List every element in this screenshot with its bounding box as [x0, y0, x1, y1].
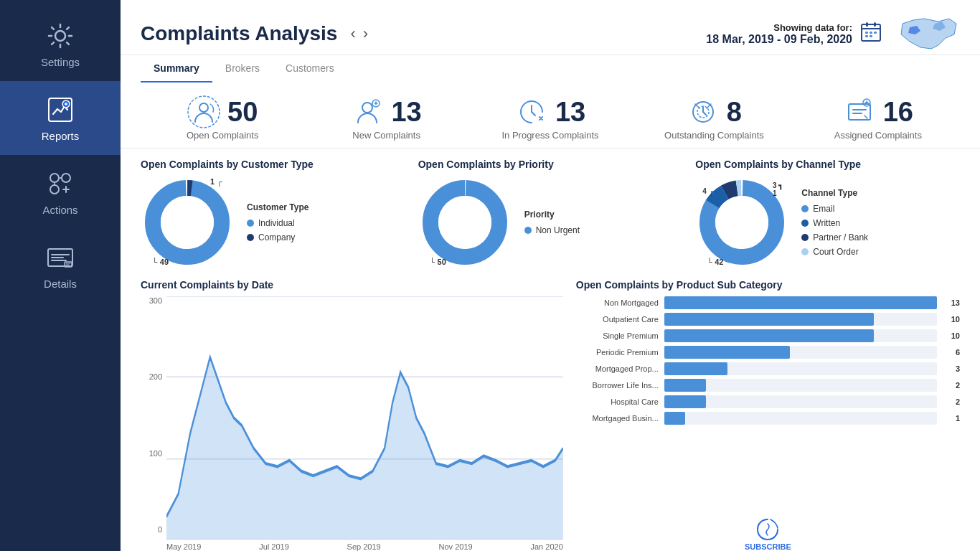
legend-channel-title: Channel Type [801, 188, 868, 198]
sidebar-item-actions-label: Actions [42, 204, 77, 216]
bar-row: Outpatient Care 10 [576, 313, 960, 326]
map-thumbnail [895, 13, 960, 55]
sidebar-item-settings[interactable]: Settings [0, 7, 121, 81]
bar-label-6: Hospital Care [576, 397, 659, 406]
bar-value-1: 10 [943, 315, 960, 324]
line-chart-y-axis: 300 200 100 0 [141, 296, 162, 551]
donut-customer-svg: 1 ┌ └ 49 [141, 176, 234, 269]
donut-channel-annotation-bottom: └ 42 [707, 258, 723, 266]
subscribe-button[interactable]: SUBSCRIBE [576, 517, 960, 551]
svg-rect-10 [874, 22, 876, 27]
svg-point-3 [50, 174, 59, 182]
bar-track-0 [664, 296, 937, 309]
date-range-container: Showing data for: 18 Mar, 2019 - 09 Feb,… [706, 20, 882, 47]
reports-icon [44, 94, 76, 126]
page-title: Complaints Analysis [141, 22, 337, 45]
legend-written-label: Written [813, 218, 840, 228]
legend-email: Email [801, 204, 868, 214]
bar-fill-5 [664, 379, 706, 392]
y-label-0: 0 [158, 525, 162, 534]
subscribe-label: SUBSCRIBE [745, 542, 791, 551]
line-chart-title: Current Complaints by Date [141, 279, 563, 291]
donut-customer-legend: Customer Type Individual Company [247, 202, 308, 242]
chart-customer-type-title: Open Complaints by Customer Type [141, 159, 405, 170]
bar-fill-3 [664, 346, 790, 359]
bar-label-3: Periodic Premium [576, 348, 659, 357]
tab-brokers[interactable]: Brokers [212, 55, 273, 83]
date-range-value: 18 Mar, 2019 - 09 Feb, 2020 [706, 33, 852, 46]
donut-customer-container: 1 ┌ └ 49 Customer Type Individual Compan… [141, 176, 405, 269]
bar-track-5 [664, 379, 937, 392]
kpi-assigned: 16 Assigned Complaints [796, 95, 960, 141]
kpi-open: 50 Open Complaints [141, 95, 304, 141]
chart-channel: Open Complaints by Channel Type [695, 159, 960, 269]
bar-value-0: 13 [943, 298, 960, 307]
legend-partner-dot [801, 234, 809, 241]
bar-row: Mortgaged Busin... 1 [576, 412, 960, 425]
kpi-inprogress-label: In Progress Complaints [501, 130, 598, 141]
svg-point-0 [55, 31, 65, 41]
y-label-300: 300 [149, 296, 162, 305]
open-complaints-icon [187, 95, 220, 128]
bar-value-5: 2 [943, 381, 960, 390]
bar-fill-6 [664, 395, 706, 408]
kpi-new-label: New Complaints [352, 130, 420, 141]
svg-rect-14 [865, 35, 868, 37]
outstanding-complaints-icon [687, 95, 720, 128]
svg-point-5 [50, 185, 59, 194]
bar-track-6 [664, 395, 937, 408]
tab-summary[interactable]: Summary [141, 55, 212, 83]
sidebar-item-actions[interactable]: Actions [0, 155, 121, 229]
sidebar-item-reports[interactable]: Reports [0, 81, 121, 155]
bar-value-2: 10 [943, 331, 960, 340]
bar-fill-7 [664, 412, 685, 425]
kpi-inprogress-number: 13 [555, 97, 585, 128]
sidebar-item-details[interactable]: Details [0, 229, 121, 303]
sidebar-item-reports-label: Reports [42, 130, 80, 142]
donut-channel-svg: 4 ┌ 3 ┓1 └ 42 [695, 176, 788, 269]
bar-row: Non Mortgaged 13 [576, 296, 960, 309]
chart-priority: Open Complaints by Priority └ 50 Priorit… [418, 159, 683, 269]
bar-fill-0 [664, 296, 937, 309]
legend-court-order: Court Order [801, 247, 868, 257]
bar-chart-title: Open Complaints by Product Sub Category [576, 279, 960, 291]
bar-row: Periodic Premium 6 [576, 346, 960, 359]
showing-label: Showing data for: [773, 22, 852, 33]
line-chart-card: Current Complaints by Date 300 200 100 0 [141, 279, 563, 551]
bar-label-0: Non Mortgaged [576, 298, 659, 307]
legend-non-urgent-dot [524, 227, 532, 234]
chart-customer-type: Open Complaints by Customer Type 1 ┌ └ 4… [141, 159, 405, 269]
kpi-open-label: Open Complaints [187, 130, 258, 141]
kpi-outstanding-number: 8 [727, 97, 742, 128]
legend-non-urgent: Non Urgent [524, 225, 580, 235]
kpi-new-number: 13 [391, 97, 421, 128]
bar-label-5: Borrower Life Ins... [576, 381, 659, 390]
bar-row: Mortgaged Prop... 3 [576, 362, 960, 375]
bar-fill-4 [664, 362, 727, 375]
tab-customers[interactable]: Customers [273, 55, 347, 83]
donuts-row: Open Complaints by Customer Type 1 ┌ └ 4… [141, 159, 960, 269]
prev-arrow[interactable]: ‹ [349, 26, 357, 42]
legend-company: Company [247, 232, 308, 242]
bar-value-4: 3 [943, 364, 960, 373]
bar-track-7 [664, 412, 937, 425]
bar-row: Borrower Life Ins... 2 [576, 379, 960, 392]
donut-channel-container: 4 ┌ 3 ┓1 └ 42 Channel Type Email Written [695, 176, 960, 269]
donut-priority-svg: └ 50 [418, 176, 512, 269]
line-chart-plot: May 2019 Jul 2019 Sep 2019 Nov 2019 Jan … [166, 296, 563, 551]
svg-point-17 [199, 103, 208, 112]
details-icon [44, 242, 76, 273]
next-arrow[interactable]: › [362, 26, 369, 42]
bar-track-1 [664, 313, 937, 326]
legend-email-label: Email [813, 204, 834, 214]
bar-label-7: Mortgaged Busin... [576, 414, 659, 423]
x-label-may: May 2019 [166, 542, 201, 551]
sidebar: Settings Reports Actions [0, 0, 121, 551]
bar-chart-container: Non Mortgaged 13 Outpatient Care 10 Sing… [576, 296, 960, 511]
kpi-assigned-label: Assigned Complaints [834, 130, 922, 141]
sidebar-item-settings-label: Settings [41, 56, 80, 68]
bar-fill-2 [664, 329, 874, 342]
bar-label-4: Mortgaged Prop... [576, 364, 659, 373]
calendar-icon [859, 20, 882, 47]
donut-priority-annotation-bottom: └ 50 [430, 258, 446, 266]
